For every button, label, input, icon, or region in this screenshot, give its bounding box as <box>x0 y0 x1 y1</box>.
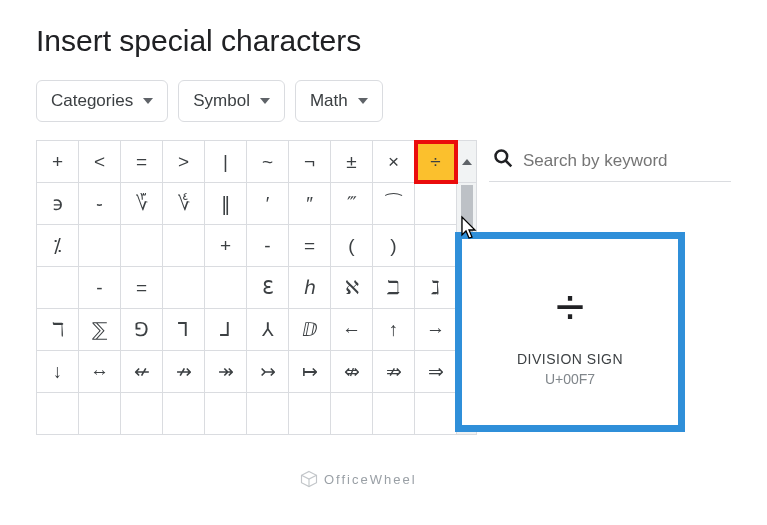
char-cell[interactable]: - <box>79 267 121 309</box>
tooltip-code: U+00F7 <box>545 371 595 387</box>
symbol-dropdown[interactable]: Symbol <box>178 80 285 122</box>
char-cell[interactable]: ↛ <box>163 351 205 393</box>
char-cell[interactable]: ⅂ <box>163 309 205 351</box>
char-cell <box>205 267 247 309</box>
char-cell[interactable]: ℎ <box>289 267 331 309</box>
scroll-up-button[interactable] <box>457 141 476 183</box>
char-cell <box>79 225 121 267</box>
logo-icon <box>300 470 318 488</box>
math-dropdown-label: Math <box>310 91 348 111</box>
char-cell[interactable]: ⁒ <box>37 225 79 267</box>
tooltip-glyph: ÷ <box>556 277 585 337</box>
char-cell[interactable]: ⇏ <box>373 351 415 393</box>
char-cell[interactable]: ⅁ <box>121 309 163 351</box>
char-cell[interactable]: ℶ <box>373 267 415 309</box>
char-cell <box>121 225 163 267</box>
char-cell[interactable]: + <box>205 225 247 267</box>
char-cell[interactable]: ÷ <box>415 141 457 183</box>
watermark: OfficeWheel <box>300 470 417 488</box>
char-cell[interactable]: ⁀ <box>373 183 415 225</box>
char-cell[interactable]: ← <box>331 309 373 351</box>
char-cell[interactable]: ‴ <box>331 183 373 225</box>
char-cell[interactable]: ↔ <box>79 351 121 393</box>
char-cell <box>415 393 457 435</box>
char-cell <box>415 225 457 267</box>
char-cell <box>163 225 205 267</box>
char-cell[interactable]: < <box>79 141 121 183</box>
char-cell[interactable]: ⇒ <box>415 351 457 393</box>
char-cell[interactable]: ℸ <box>37 309 79 351</box>
char-cell[interactable]: × <box>373 141 415 183</box>
chevron-up-icon <box>462 159 472 165</box>
char-cell[interactable]: - <box>247 225 289 267</box>
scroll-thumb[interactable] <box>461 185 473 235</box>
char-cell <box>415 183 457 225</box>
char-cell[interactable]: ± <box>331 141 373 183</box>
char-cell[interactable]: → <box>415 309 457 351</box>
char-cell[interactable]: ¬ <box>289 141 331 183</box>
char-cell[interactable]: ( <box>331 225 373 267</box>
char-cell[interactable]: ⅄ <box>247 309 289 351</box>
char-cell[interactable]: ↑ <box>373 309 415 351</box>
char-cell[interactable]: ↣ <box>247 351 289 393</box>
char-cell[interactable]: ↓ <box>37 351 79 393</box>
char-cell[interactable]: ⅃ <box>205 309 247 351</box>
char-cell <box>37 267 79 309</box>
chevron-down-icon <box>358 98 368 104</box>
char-cell <box>289 393 331 435</box>
char-cell[interactable]: ؆ <box>121 183 163 225</box>
chevron-down-icon <box>260 98 270 104</box>
char-cell[interactable]: ؇ <box>163 183 205 225</box>
char-cell[interactable]: ″ <box>289 183 331 225</box>
char-cell <box>163 393 205 435</box>
char-cell[interactable]: ֊ <box>79 183 121 225</box>
char-cell[interactable]: ↚ <box>121 351 163 393</box>
search-row <box>489 140 731 182</box>
chevron-down-icon <box>143 98 153 104</box>
right-column <box>489 140 731 182</box>
dialog-title: Insert special characters <box>36 24 731 58</box>
char-cell <box>163 267 205 309</box>
char-cell[interactable]: = <box>289 225 331 267</box>
char-cell[interactable]: + <box>37 141 79 183</box>
char-cell[interactable]: ℵ <box>331 267 373 309</box>
char-cell[interactable]: ℇ <box>247 267 289 309</box>
char-cell[interactable]: ⅅ <box>289 309 331 351</box>
char-cell[interactable]: ~ <box>247 141 289 183</box>
char-cell[interactable]: ′ <box>247 183 289 225</box>
char-cell[interactable]: ↠ <box>205 351 247 393</box>
math-dropdown[interactable]: Math <box>295 80 383 122</box>
categories-dropdown[interactable]: Categories <box>36 80 168 122</box>
char-cell[interactable]: ℷ <box>415 267 457 309</box>
char-cell[interactable]: = <box>121 267 163 309</box>
char-cell[interactable]: ⇎ <box>331 351 373 393</box>
char-cell <box>247 393 289 435</box>
char-cell[interactable]: ) <box>373 225 415 267</box>
char-cell[interactable]: ↦ <box>289 351 331 393</box>
search-input[interactable] <box>523 151 683 171</box>
char-cell <box>373 393 415 435</box>
dropdown-row: Categories Symbol Math <box>36 80 731 122</box>
char-cell[interactable]: ϶ <box>37 183 79 225</box>
search-icon <box>493 148 513 173</box>
character-tooltip: ÷ DIVISION SIGN U+00F7 <box>455 232 685 432</box>
categories-dropdown-label: Categories <box>51 91 133 111</box>
char-cell <box>205 393 247 435</box>
char-cell[interactable]: ⅀ <box>79 309 121 351</box>
char-cell[interactable]: | <box>205 141 247 183</box>
symbol-dropdown-label: Symbol <box>193 91 250 111</box>
char-cell[interactable]: ‖ <box>205 183 247 225</box>
tooltip-name: DIVISION SIGN <box>517 351 623 367</box>
svg-line-1 <box>506 161 512 167</box>
svg-point-0 <box>496 151 508 163</box>
watermark-text: OfficeWheel <box>324 472 417 487</box>
char-cell <box>37 393 79 435</box>
grid-wrap: +<=>|~¬±×÷϶֊؆؇‖′″‴⁀⁒+-=()-=ℇℎℵℶℷℸ⅀⅁⅂⅃⅄ⅅ←… <box>36 140 477 435</box>
char-cell <box>121 393 163 435</box>
char-cell <box>79 393 121 435</box>
character-grid: +<=>|~¬±×÷϶֊؆؇‖′″‴⁀⁒+-=()-=ℇℎℵℶℷℸ⅀⅁⅂⅃⅄ⅅ←… <box>37 141 457 435</box>
char-cell[interactable]: = <box>121 141 163 183</box>
char-cell[interactable]: > <box>163 141 205 183</box>
char-cell <box>331 393 373 435</box>
